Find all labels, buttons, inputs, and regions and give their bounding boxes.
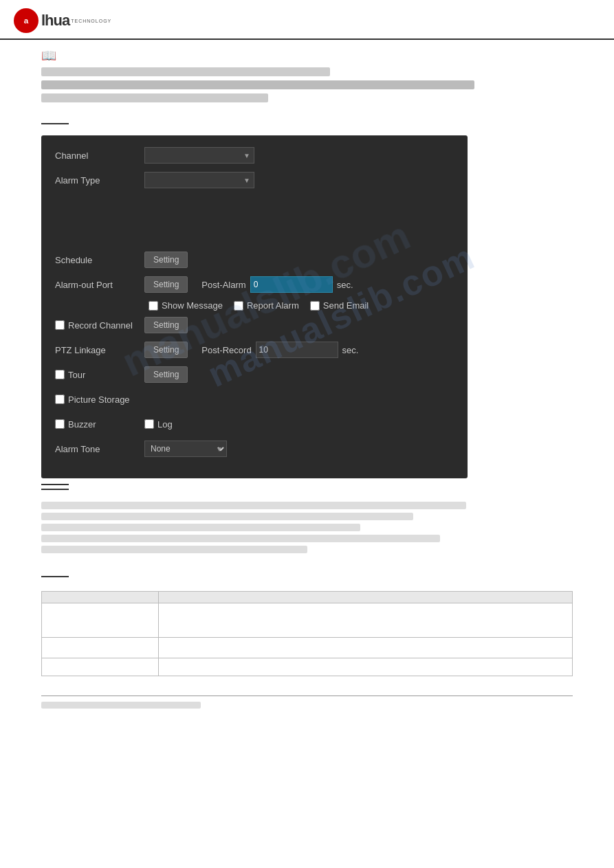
tour-item: Tour: [55, 370, 144, 380]
ptz-linkage-label: PTZ Linkage: [55, 345, 144, 355]
record-channel-setting-button[interactable]: Setting: [144, 317, 188, 333]
post-alarm-sec: sec.: [337, 280, 353, 290]
body-text-block-1: [0, 499, 614, 565]
channel-select-wrapper[interactable]: ▼: [144, 147, 254, 164]
send-email-item: Send Email: [310, 300, 369, 311]
log-checkbox[interactable]: [144, 419, 154, 429]
logo-icon: a: [14, 8, 39, 33]
rule-sm-1: [41, 484, 69, 485]
table-cell-2-1: [42, 638, 159, 658]
note-bar-2: [41, 80, 474, 89]
alarm-tone-select[interactable]: None Tone 1 Tone 2: [144, 441, 227, 457]
send-email-checkbox[interactable]: [310, 301, 320, 311]
alarm-out-port-label: Alarm-out Port: [55, 280, 144, 290]
note-bar-1: [41, 67, 330, 76]
body-line-3: [41, 524, 360, 531]
report-alarm-checkbox[interactable]: [234, 301, 243, 311]
post-record-sec: sec.: [342, 345, 359, 355]
log-label: Log: [157, 419, 173, 430]
post-record-label: Post-Record: [201, 345, 251, 355]
section-rule-1: [41, 123, 69, 124]
tour-label: Tour: [68, 370, 85, 380]
schedule-setting-button[interactable]: Setting: [144, 252, 188, 268]
report-alarm-label: Report Alarm: [247, 300, 299, 311]
table-section: [0, 583, 614, 685]
show-message-label: Show Message: [162, 300, 223, 311]
body-line-1: [41, 502, 466, 509]
tour-checkbox[interactable]: [55, 370, 65, 379]
footer-line-1: [41, 702, 201, 709]
alarm-tone-row: Alarm Tone None Tone 1 Tone 2 ▼: [55, 440, 454, 458]
ptz-linkage-row: PTZ Linkage Setting Post-Record sec.: [55, 341, 454, 359]
logo: a lhua TECHNOLOGY: [14, 8, 111, 33]
rule-sm-2: [41, 489, 69, 490]
alarm-tone-select-wrapper[interactable]: None Tone 1 Tone 2 ▼: [144, 441, 227, 457]
alarm-config-panel: manualslib.com Channel ▼ Alarm Type ▼: [41, 135, 468, 478]
table-cell-1-1: [42, 603, 159, 638]
post-record-input[interactable]: [256, 342, 338, 358]
log-item: Log: [144, 419, 173, 430]
notification-row: Show Message Report Alarm Send Email: [55, 300, 454, 311]
table-cell-3-2: [159, 658, 573, 676]
alarm-out-setting-button[interactable]: Setting: [144, 276, 188, 293]
record-channel-label: Record Channel: [68, 320, 133, 331]
ptz-linkage-setting-button[interactable]: Setting: [144, 342, 188, 358]
picture-storage-checkbox[interactable]: [55, 394, 65, 404]
tour-setting-button[interactable]: Setting: [144, 366, 188, 383]
data-table: [41, 591, 573, 676]
picture-storage-row: Picture Storage: [55, 390, 454, 408]
form-panel-wrapper: manualslib.com Channel ▼ Alarm Type ▼: [0, 130, 614, 478]
post-record-group: Post-Record sec.: [201, 342, 358, 358]
body-line-5: [41, 546, 307, 553]
report-alarm-item: Report Alarm: [234, 300, 299, 311]
section-rule-2: [41, 576, 69, 577]
logo-subtitle: TECHNOLOGY: [71, 19, 111, 23]
channel-select[interactable]: [144, 147, 254, 164]
tour-row: Tour Setting: [55, 366, 454, 383]
page-footer: [0, 696, 614, 717]
buzzer-checkbox[interactable]: [55, 419, 65, 429]
table-row: [42, 603, 573, 638]
table-row: [42, 658, 573, 676]
show-message-checkbox[interactable]: [149, 301, 158, 311]
picture-storage-label: Picture Storage: [68, 394, 130, 405]
table-header-row: [42, 592, 573, 603]
table-cell-2-2: [159, 638, 573, 658]
table-cell-1-2: [159, 603, 573, 638]
header: a lhua TECHNOLOGY: [0, 0, 614, 40]
post-alarm-group: Post-Alarm sec.: [201, 276, 353, 293]
table-cell-3-1: [42, 658, 159, 676]
logo-text: lhua: [41, 12, 69, 30]
record-channel-checkbox[interactable]: [55, 320, 65, 330]
alarm-tone-label: Alarm Tone: [55, 444, 144, 454]
channel-label: Channel: [55, 151, 144, 161]
schedule-label: Schedule: [55, 255, 144, 265]
alarm-type-row: Alarm Type ▼: [55, 171, 454, 189]
schedule-row: Schedule Setting: [55, 251, 454, 269]
note-bar-3: [41, 93, 268, 102]
alarm-type-label: Alarm Type: [55, 175, 144, 186]
post-alarm-label: Post-Alarm: [201, 280, 245, 290]
table-col1-header: [42, 592, 159, 603]
below-form-rules: [0, 478, 614, 499]
post-alarm-input[interactable]: [250, 276, 333, 293]
body-line-4: [41, 535, 440, 542]
svg-text:a: a: [24, 16, 29, 25]
show-message-item: Show Message: [149, 300, 223, 311]
record-channel-item: Record Channel: [55, 320, 144, 331]
table-row: [42, 638, 573, 658]
buzzer-item: Buzzer: [55, 419, 144, 430]
table-col2-header: [159, 592, 573, 603]
buzzer-log-row: Buzzer Log: [55, 415, 454, 433]
alarm-out-port-row: Alarm-out Port Setting Post-Alarm sec.: [55, 276, 454, 293]
empty-area: [55, 196, 454, 251]
buzzer-label: Buzzer: [68, 419, 96, 430]
channel-row: Channel ▼: [55, 146, 454, 164]
send-email-label: Send Email: [323, 300, 369, 311]
alarm-type-select[interactable]: [144, 172, 254, 188]
note-section: 📖: [0, 40, 614, 112]
body-line-2: [41, 513, 413, 520]
record-channel-row: Record Channel Setting: [55, 316, 454, 334]
note-icon: 📖: [41, 48, 573, 63]
alarm-type-select-wrapper[interactable]: ▼: [144, 172, 254, 188]
